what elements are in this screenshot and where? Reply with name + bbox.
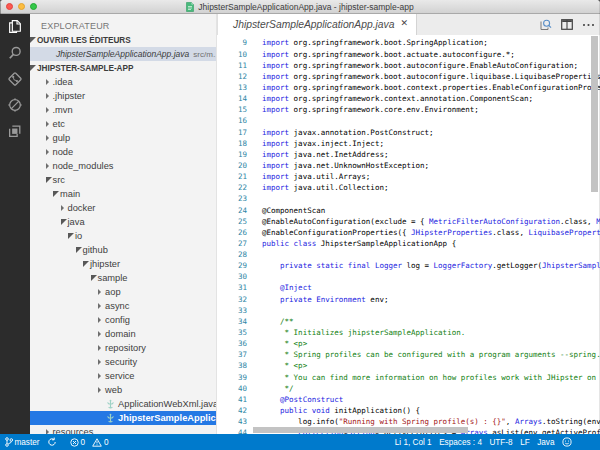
code-line-28[interactable]: 28 [217, 249, 600, 260]
code-line-19[interactable]: 19import java.net.InetAddress; [217, 149, 600, 160]
twistie-collapsed-icon[interactable] [98, 289, 105, 295]
code-line-39[interactable]: 39 * You can find more information on ho… [217, 372, 600, 383]
code-line-22[interactable]: 22import java.util.Collection; [217, 182, 600, 193]
activity-source-control-icon[interactable] [0, 66, 30, 92]
feedback-smiley-icon[interactable] [562, 437, 572, 447]
tree-folder-io[interactable]: io [30, 229, 217, 243]
tree-folder-service[interactable]: service [30, 369, 217, 383]
folder-root-header[interactable]: JHIPSTER-SAMPLE-APP [30, 61, 217, 75]
tree-folder-repository[interactable]: repository [30, 341, 217, 355]
twistie-collapsed-icon[interactable] [98, 373, 105, 379]
code-line-38[interactable]: 38 * <p> [217, 360, 600, 371]
tree-folder-github[interactable]: github [30, 243, 217, 257]
twistie-collapsed-icon[interactable] [46, 79, 53, 85]
twistie-expanded-icon[interactable] [83, 261, 90, 267]
activity-debug-icon[interactable] [0, 92, 30, 118]
cursor-position[interactable]: Li 1, Col 1 [395, 438, 432, 447]
code-line-9[interactable]: 9import org.springframework.boot.SpringA… [217, 37, 600, 48]
code-line-12[interactable]: 12import org.springframework.boot.autoco… [217, 71, 600, 82]
open-editor-item[interactable]: JhipsterSampleApplicationApp.java src/m… [30, 47, 217, 61]
tree-folder-node_modules[interactable]: node_modules [30, 159, 217, 173]
sync-indicator[interactable] [47, 437, 57, 447]
language-mode[interactable]: Java [537, 438, 554, 447]
code-line-14[interactable]: 14import org.springframework.context.ann… [217, 93, 600, 104]
indentation-setting[interactable]: Espaces : 4 [439, 438, 482, 447]
section-twistie-icon[interactable] [30, 65, 37, 71]
twistie-collapsed-icon[interactable] [98, 303, 105, 309]
code-line-20[interactable]: 20import java.net.UnknownHostException; [217, 160, 600, 171]
tree-folder-resources[interactable]: resources [30, 425, 217, 434]
section-twistie-icon[interactable] [30, 37, 37, 43]
twistie-collapsed-icon[interactable] [98, 359, 105, 365]
more-actions-icon[interactable] [582, 23, 595, 27]
code-line-32[interactable]: 32 private Environment env; [217, 294, 600, 305]
code-line-36[interactable]: 36 * <p> [217, 338, 600, 349]
warnings-indicator[interactable]: 0 [92, 438, 109, 447]
tree-folder-.mvn[interactable]: .mvn [30, 103, 217, 117]
code-editor[interactable]: 9import org.springframework.boot.SpringA… [217, 35, 600, 434]
horizontal-scrollbar[interactable] [253, 427, 468, 433]
tree-folder-main[interactable]: main [30, 187, 217, 201]
tree-folder-src[interactable]: src [30, 173, 217, 187]
vertical-scrollbar[interactable] [591, 36, 598, 192]
tree-folder-docker[interactable]: docker [30, 201, 217, 215]
code-line-40[interactable]: 40 */ [217, 383, 600, 394]
twistie-collapsed-icon[interactable] [46, 149, 53, 155]
errors-indicator[interactable]: 0 [70, 438, 86, 447]
tree-file-ApplicationWebXml.java[interactable]: ApplicationWebXml.java [30, 397, 217, 411]
open-preview-icon[interactable] [539, 18, 552, 31]
twistie-expanded-icon[interactable] [68, 233, 75, 239]
tree-folder-async[interactable]: async [30, 299, 217, 313]
code-line-23[interactable]: 23 [217, 193, 600, 204]
tree-folder-config[interactable]: config [30, 313, 217, 327]
code-line-27[interactable]: 27public class JhipsterSampleApplication… [217, 238, 600, 249]
twistie-expanded-icon[interactable] [76, 247, 83, 253]
code-line-24[interactable]: 24@ComponentScan [217, 205, 600, 216]
code-line-42[interactable]: 42 public void initApplication() { [217, 405, 600, 416]
tree-folder-aop[interactable]: aop [30, 285, 217, 299]
tree-file-JhipsterSampleApplicationApp.java[interactable]: JhipsterSampleApplicationApp.java [30, 411, 217, 425]
twistie-expanded-icon[interactable] [46, 177, 53, 183]
git-branch-indicator[interactable]: master [5, 437, 40, 447]
eol-setting[interactable]: LF [520, 438, 530, 447]
tab-active[interactable]: JhipsterSampleApplicationApp.java ✕ [217, 14, 417, 35]
tree-folder-security[interactable]: security [30, 355, 217, 369]
twistie-collapsed-icon[interactable] [98, 317, 105, 323]
code-line-30[interactable]: 30 [217, 271, 600, 282]
split-editor-icon[interactable] [561, 19, 573, 30]
code-line-15[interactable]: 15import org.springframework.core.env.En… [217, 104, 600, 115]
twistie-collapsed-icon[interactable] [61, 205, 68, 211]
code-line-34[interactable]: 34 /** [217, 316, 600, 327]
activity-extensions-icon[interactable] [0, 118, 30, 144]
encoding-setting[interactable]: UTF-8 [489, 438, 512, 447]
twistie-collapsed-icon[interactable] [98, 345, 105, 351]
twistie-collapsed-icon[interactable] [46, 121, 53, 127]
twistie-collapsed-icon[interactable] [98, 387, 105, 393]
twistie-expanded-icon[interactable] [91, 275, 98, 281]
code-line-10[interactable]: 10import org.springframework.boot.actuat… [217, 49, 600, 60]
tree-folder-node[interactable]: node [30, 145, 217, 159]
code-line-18[interactable]: 18import javax.inject.Inject; [217, 138, 600, 149]
code-line-25[interactable]: 25@EnableAutoConfiguration(exclude = { M… [217, 216, 600, 227]
tab-close-icon[interactable]: ✕ [400, 18, 408, 28]
tree-folder-etc[interactable]: etc [30, 117, 217, 131]
code-line-29[interactable]: 29 private static final Logger log = Log… [217, 260, 600, 271]
code-line-35[interactable]: 35 * Initializes jhipsterSampleApplicati… [217, 327, 600, 338]
code-line-43[interactable]: 43 log.info("Running with Spring profile… [217, 416, 600, 427]
open-editors-header[interactable]: OUVRIR LES ÉDITEURS [30, 33, 217, 47]
code-line-17[interactable]: 17import javax.annotation.PostConstruct; [217, 127, 600, 138]
tree-folder-gulp[interactable]: gulp [30, 131, 217, 145]
code-line-41[interactable]: 41 @PostConstruct [217, 394, 600, 405]
tree-folder-domain[interactable]: domain [30, 327, 217, 341]
twistie-expanded-icon[interactable] [61, 219, 68, 225]
titlebar[interactable]: JhipsterSampleApplicationApp.java - jhip… [0, 0, 600, 14]
tree-folder-.jhipster[interactable]: .jhipster [30, 89, 217, 103]
tree-folder-jhipster[interactable]: jhipster [30, 257, 217, 271]
code-line-16[interactable]: 16 [217, 115, 600, 126]
code-line-13[interactable]: 13import org.springframework.boot.contex… [217, 82, 600, 93]
code-line-33[interactable]: 33 [217, 305, 600, 316]
twistie-collapsed-icon[interactable] [46, 163, 53, 169]
twistie-collapsed-icon[interactable] [46, 107, 53, 113]
code-line-37[interactable]: 37 * Spring profiles can be configured w… [217, 349, 600, 360]
twistie-collapsed-icon[interactable] [46, 135, 53, 141]
